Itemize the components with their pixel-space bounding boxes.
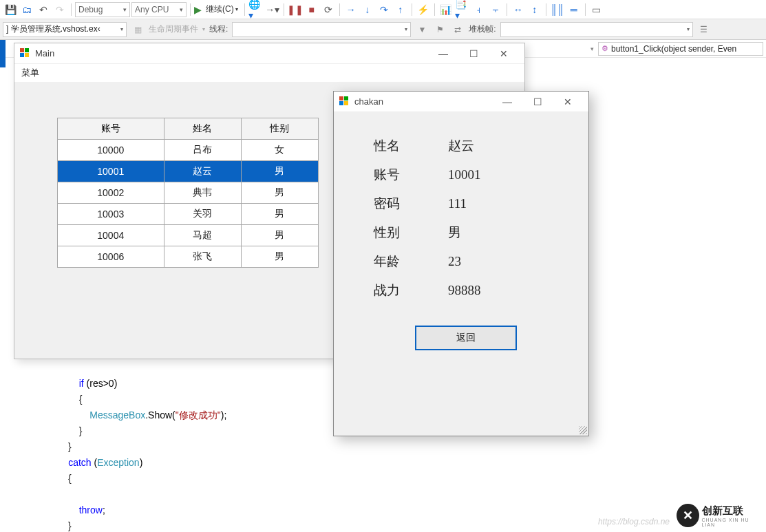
step-out-icon[interactable]: ↑	[393, 2, 408, 17]
table-cell[interactable]: 10002	[58, 182, 164, 204]
start-icon[interactable]: ▶	[194, 4, 202, 15]
redo-icon[interactable]: ↷	[52, 2, 67, 17]
logo-icon: ✕	[677, 504, 699, 527]
stop-icon[interactable]: ■	[304, 2, 319, 17]
table-cell[interactable]: 男	[241, 204, 318, 225]
column-header[interactable]: 账号	[58, 118, 164, 140]
menu-item[interactable]: 菜单	[21, 67, 39, 78]
detail-value: 98888	[448, 283, 481, 298]
table-cell[interactable]: 男	[241, 182, 318, 204]
form-icon	[339, 96, 350, 107]
detail-value: 男	[448, 224, 461, 242]
lifecycle-icon[interactable]: ▦	[131, 23, 145, 36]
table-row[interactable]: 10003关羽男	[58, 204, 319, 225]
code-editor[interactable]: if (res>0) { MessageBox.Show("修改成功"); } …	[47, 376, 226, 532]
step-over-icon[interactable]: ↷	[376, 2, 392, 17]
back-button[interactable]: 返回	[415, 326, 517, 350]
pause-icon[interactable]: ❚❚	[288, 2, 303, 17]
undo-icon[interactable]: ↶	[36, 2, 51, 17]
data-grid[interactable]: 账号姓名性别 10000吕布女10001赵云男10002典韦男10003关羽男1…	[57, 118, 319, 268]
nav-dropdown-icon[interactable]: ▾	[591, 45, 594, 52]
column-header[interactable]: 性别	[241, 118, 318, 140]
table-cell[interactable]: 10001	[58, 161, 164, 182]
minimize-icon[interactable]: —	[492, 92, 522, 112]
table-cell[interactable]: 10000	[58, 140, 164, 161]
logo-subtext: CHUANG XIN HU LIAN	[702, 518, 763, 527]
intellitrace-icon[interactable]: ⚡	[416, 2, 431, 17]
brand-logo: ✕ 创新互联 CHUANG XIN HU LIAN	[677, 502, 762, 529]
detail-row: 性别男	[374, 224, 558, 242]
filter-icon[interactable]: ▼	[415, 23, 429, 36]
table-cell[interactable]: 男	[241, 246, 318, 268]
separator	[434, 3, 435, 16]
table-row[interactable]: 10001赵云男	[58, 161, 319, 182]
detail-row: 账号10001	[374, 166, 558, 184]
process-select[interactable]: ] 学员管理系统.vshost.ex‹▾	[3, 22, 127, 37]
flag-icon[interactable]: ⚑	[433, 23, 447, 36]
table-cell[interactable]: 典韦	[164, 182, 241, 204]
process-toolbar: ] 学员管理系统.vshost.ex‹▾ ▦ 生命周期事件 ▾ 线程: ▾ ▼ …	[0, 19, 766, 40]
close-icon[interactable]: ✕	[489, 43, 519, 64]
save-all-icon[interactable]: 🗂	[19, 2, 34, 17]
platform-select[interactable]: Any CPU▾	[131, 2, 187, 17]
table-cell[interactable]: 男	[241, 161, 318, 182]
frame-opts-icon[interactable]: ☰	[697, 23, 711, 36]
table-cell[interactable]: 10006	[58, 246, 164, 268]
table-cell[interactable]: 马超	[164, 225, 241, 246]
separator	[284, 3, 284, 16]
table-row[interactable]: 10006张飞男	[58, 246, 319, 268]
column-header[interactable]: 姓名	[164, 118, 241, 140]
table-cell[interactable]: 10004	[58, 225, 164, 246]
method-select[interactable]: ⚙ button1_Click(object sender, Even	[598, 42, 763, 56]
detail-label: 密码	[374, 195, 448, 213]
table-cell[interactable]: 女	[241, 140, 318, 161]
detail-value: 111	[448, 196, 467, 211]
lifecycle-label: 生命周期事件	[149, 23, 198, 35]
thread-select[interactable]: ▾	[232, 22, 411, 37]
threads-icon[interactable]: ⇄	[451, 23, 465, 36]
toolbox2-icon[interactable]: 📑▾	[455, 2, 470, 17]
table-cell[interactable]: 10003	[58, 204, 164, 225]
detail-label: 性别	[374, 224, 448, 242]
detail-row: 战力98888	[374, 281, 558, 299]
restart-icon[interactable]: ⟳	[321, 2, 336, 17]
group-icon[interactable]: ▭	[589, 2, 604, 17]
width-icon[interactable]: ↔	[511, 2, 526, 17]
window-titlebar[interactable]: Main — ☐ ✕	[14, 43, 524, 64]
doc-tab-edge	[0, 40, 6, 67]
close-icon[interactable]: ✕	[553, 92, 583, 112]
main-toolbar: 💾 🗂 ↶ ↷ Debug▾ Any CPU▾ ▶ 继续(C) ▾ 🌐▾ →▾ …	[0, 0, 766, 19]
dialog-titlebar[interactable]: chakan — ☐ ✕	[334, 92, 588, 112]
arrow-right-icon[interactable]: →▾	[265, 2, 280, 17]
resize-grip[interactable]	[579, 426, 587, 434]
table-cell[interactable]: 关羽	[164, 204, 241, 225]
minimize-icon[interactable]: —	[428, 43, 458, 64]
stackframe-select[interactable]: ▾	[500, 22, 693, 37]
vspacing-icon[interactable]: ═	[566, 2, 582, 17]
step-into-icon[interactable]: ↓	[360, 2, 375, 17]
separator	[546, 3, 546, 16]
maximize-icon[interactable]: ☐	[522, 92, 553, 112]
show-next-icon[interactable]: →	[343, 2, 359, 17]
height-icon[interactable]: ↕	[527, 2, 542, 17]
save-icon[interactable]: 💾	[3, 2, 18, 17]
table-cell[interactable]: 吕布	[164, 140, 241, 161]
align-left-icon[interactable]: ⫞	[471, 2, 487, 17]
table-row[interactable]: 10002典韦男	[58, 182, 319, 204]
table-row[interactable]: 10000吕布女	[58, 140, 319, 161]
detail-label: 战力	[374, 281, 448, 299]
code-string: "修改成功"	[175, 409, 221, 421]
hspacing-icon[interactable]: ║║	[550, 2, 565, 17]
browser-icon[interactable]: 🌐▾	[248, 2, 264, 17]
toolbox-icon[interactable]: 📊	[438, 2, 454, 17]
detail-row: 密码111	[374, 195, 558, 213]
dialog-title: chakan	[354, 96, 383, 107]
config-select[interactable]: Debug▾	[75, 2, 130, 17]
table-row[interactable]: 10004马超男	[58, 225, 319, 246]
maximize-icon[interactable]: ☐	[458, 43, 489, 64]
table-cell[interactable]: 张飞	[164, 246, 241, 268]
continue-button[interactable]: 继续(C) ▾	[203, 3, 241, 15]
align-top-icon[interactable]: ⫟	[488, 2, 503, 17]
table-cell[interactable]: 男	[241, 225, 318, 246]
table-cell[interactable]: 赵云	[164, 161, 241, 182]
